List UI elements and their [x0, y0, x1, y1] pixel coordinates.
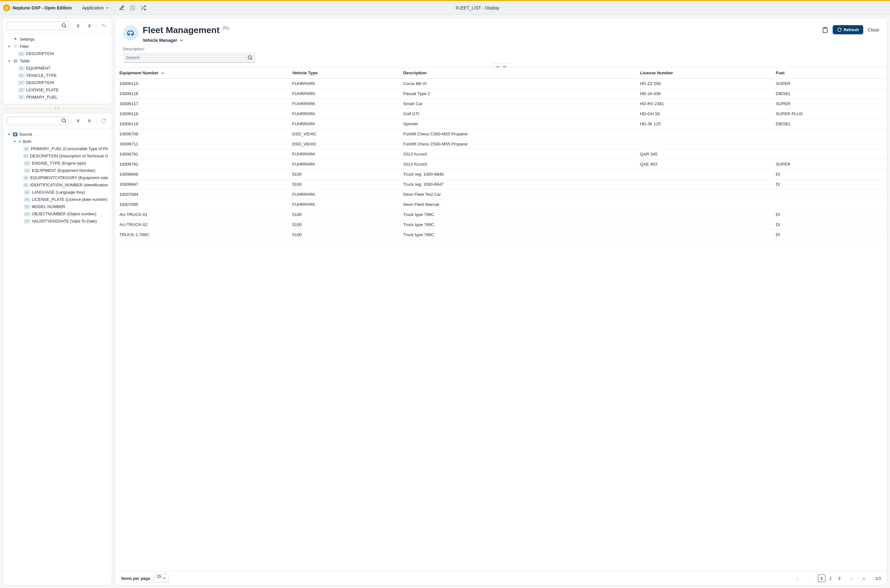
tree-item-field[interactable]: abPRIMARY_FUEL (Consumable Type of Pri — [4, 145, 111, 152]
tree-item[interactable]: abDESCRIPTION — [4, 50, 111, 57]
tree-item-field[interactable]: abIDENTIFICATION_NUMBER (Identification — [4, 181, 111, 189]
tree-item[interactable]: ▼▽Filter — [4, 43, 111, 50]
table-row[interactable]: 10007094FUHRPARKDeon Fleet Test Car — [115, 189, 887, 200]
menu-application[interactable]: Application — [79, 3, 113, 12]
source-search-input[interactable] — [7, 117, 59, 125]
table-row[interactable]: 100068475100Truck reg: 1000-6847DI — [115, 179, 887, 189]
tree-item[interactable]: abEQUIPMENT — [4, 64, 111, 72]
table-cell: Golf GTI — [399, 109, 636, 119]
table-cell — [636, 170, 771, 179]
tree-item[interactable]: abDESCRIPTION — [4, 79, 111, 86]
shuffle-button[interactable] — [138, 3, 149, 13]
svg-point-13 — [248, 56, 252, 59]
tree-item-field[interactable]: abVALIDITYENDDATE (Valid To Date) — [4, 218, 111, 225]
column-header[interactable]: Description — [399, 68, 636, 79]
table-row[interactable]: 10006116FUHRPARKPassat Type 2HD-JA 438DI… — [115, 89, 887, 99]
table-cell — [771, 139, 887, 149]
tree-item-both[interactable]: ▼⇄Both — [4, 138, 111, 145]
description-search-input[interactable] — [126, 55, 247, 60]
refresh-button[interactable]: Refresh — [833, 25, 863, 34]
table-row[interactable]: 10006119FUHRPARKSprinterHD-JK 125DIESEL — [115, 119, 887, 129]
tree-item-field[interactable]: abLICENSE_PLATE (License plate number) — [4, 196, 111, 203]
table-body: 10006115FUHRPARKCorsa Mk VIHD-ZZ 590SUPE… — [115, 79, 887, 240]
pager-next[interactable]: › — [847, 574, 856, 583]
column-header[interactable]: License Number — [636, 68, 771, 79]
table-cell: FUHRPARK — [288, 200, 399, 210]
items-per-page-select[interactable]: 25 — [154, 574, 168, 583]
save-button[interactable] — [127, 3, 138, 13]
clipboard-button[interactable] — [822, 27, 828, 33]
table-row[interactable]: 100068465100Truck reg: 1000-6846DI — [115, 170, 887, 179]
tree-item[interactable]: ⚑Settings — [4, 36, 111, 43]
table-cell: 10006792 — [115, 159, 288, 170]
tree-item[interactable]: abLICENSE_PLATE — [4, 86, 111, 93]
table-cell: DI — [771, 230, 887, 240]
collapse-all-button[interactable] — [85, 117, 94, 125]
table-row[interactable]: AU-TRUCK-015100Truck type 789CDI — [115, 210, 887, 220]
structure-search[interactable] — [7, 21, 68, 30]
items-per-page-label: Items per page — [121, 576, 150, 581]
pager-prev[interactable]: ‹ — [805, 574, 814, 583]
expand-all-button[interactable] — [74, 117, 83, 125]
tree-item[interactable]: abPRIMARY_FUEL — [4, 93, 111, 101]
tree-item-field[interactable]: abOBJECTNUMBER (Object number) — [4, 210, 111, 218]
table-row[interactable]: 10006709DSD_VEHICForklift Chess C500-M55… — [115, 129, 887, 139]
svg-line-9 — [65, 122, 66, 123]
column-header[interactable]: Equipment Number↑≡ — [115, 68, 288, 79]
svg-point-8 — [62, 118, 66, 122]
page-number[interactable]: 3 — [836, 574, 843, 582]
close-button[interactable]: Close — [867, 27, 879, 32]
table-cell: Deon Fleet Manual — [399, 200, 636, 210]
svg-rect-5 — [14, 60, 17, 62]
table-row[interactable]: 10006791FUHRPARK2013 AccordQAR 345 — [115, 149, 887, 159]
table-row[interactable]: 10006792FUHRPARK2013 AccordQAE 453SUPER — [115, 159, 887, 170]
table-row[interactable]: 10006711DSD_VEHICForklift Chess C500-M55… — [115, 139, 887, 149]
tree-item-source[interactable]: ▼▣Source — [4, 130, 111, 138]
window-title: FLEET_LIST - Display — [149, 5, 806, 10]
table-row[interactable]: 10007095FUHRPARKDeon Fleet Manual — [115, 200, 887, 210]
table-cell: DSD_VEHIC — [288, 129, 399, 139]
table-row[interactable]: AU-TRUCK-025100Truck type 789CDI — [115, 220, 887, 230]
tree-item-field[interactable]: abEQUIPMENTCATEGORY (Equipment cate — [4, 174, 111, 181]
table-row[interactable]: 10006117FUHRPARKSmart CarHD-RV 2381SUPER — [115, 99, 887, 109]
table-row[interactable]: TRUCK-1-789C5100Truck type 789CDI — [115, 230, 887, 240]
table-cell: SUPER — [771, 79, 887, 89]
undo-button[interactable] — [99, 21, 108, 30]
table-cell: SUPER — [771, 99, 887, 109]
variant-label: Vehicle Manager — [143, 38, 177, 43]
pager-first[interactable]: « — [793, 574, 801, 583]
table-cell: Deon Fleet Test Car — [399, 189, 636, 200]
table-cell: 10006115 — [115, 79, 288, 89]
table-cell: FUHRPARK — [288, 189, 399, 200]
main-panel: Fleet Management (51) Vehicle Manager — [115, 18, 887, 585]
panel-resize-handle[interactable]: ⠿⠿ — [3, 107, 112, 110]
tree-item-field[interactable]: abMODEL NUMBER — [4, 203, 111, 210]
collapse-all-button[interactable] — [85, 21, 94, 30]
expand-all-button[interactable] — [74, 21, 83, 30]
column-header[interactable]: Vehicle Type — [288, 68, 399, 79]
tree-item-field[interactable]: abEQUIPMENT (Equipment Number) — [4, 167, 111, 174]
page-number[interactable]: 1 — [818, 574, 825, 582]
tree-item[interactable]: ▼Table — [4, 57, 111, 64]
page-number[interactable]: 2 — [827, 574, 834, 582]
tree-item-field[interactable]: abDESCRIPTION (Description of Technical … — [4, 152, 111, 160]
description-search[interactable] — [123, 52, 256, 63]
table-cell: QAE 453 — [636, 159, 771, 170]
table-row[interactable]: 10006118FUHRPARKGolf GTIHD-GH 56SUPER PL… — [115, 109, 887, 119]
refresh-button[interactable] — [99, 117, 108, 125]
column-header[interactable]: Fuel — [771, 68, 887, 79]
variant-selector[interactable]: Vehicle Manager — [143, 38, 229, 43]
search-icon — [61, 22, 67, 28]
tree-item-field[interactable]: abENGINE_TYPE (Engine type) — [4, 160, 111, 167]
pager-last[interactable]: » — [860, 574, 868, 583]
table-row[interactable]: 10006115FUHRPARKCorsa Mk VIHD-ZZ 590SUPE… — [115, 79, 887, 89]
tree-item-field[interactable]: abLANGUAGE (Language Key) — [4, 189, 111, 196]
edit-button[interactable] — [117, 3, 127, 13]
source-search[interactable] — [7, 117, 68, 125]
table-cell: 10006846 — [115, 170, 288, 179]
table-cell: SUPER — [771, 159, 887, 170]
field-icon: ab — [24, 190, 30, 194]
structure-search-input[interactable] — [7, 22, 59, 30]
tree-item[interactable]: abVEHICLE_TYPE — [4, 72, 111, 79]
table-cell: 2013 Accord — [399, 159, 636, 170]
